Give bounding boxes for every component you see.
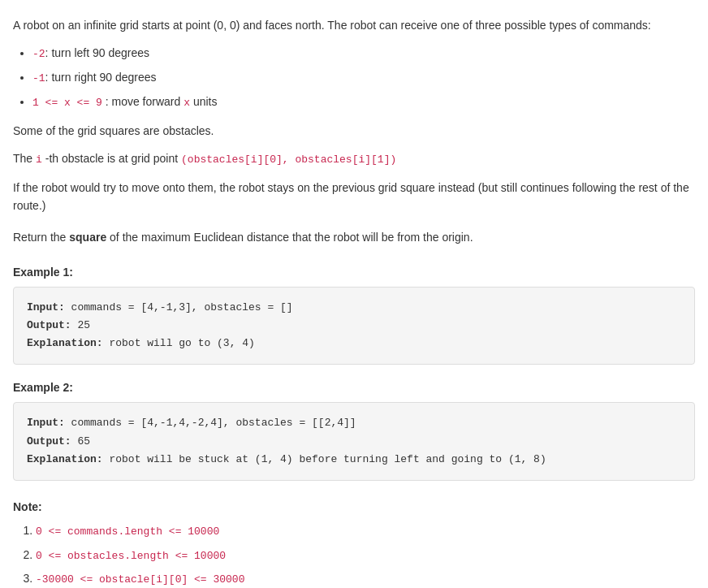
example-1-title: Example 1:: [13, 266, 695, 279]
return-text: Return the square of the maximum Euclide…: [13, 228, 695, 246]
note-code-1: 0 <= commands.length <= 10000: [36, 525, 219, 538]
example-1-explanation-value: robot will go to (3, 4): [103, 337, 255, 349]
example-2-explanation-line: Explanation: robot will be stuck at (1, …: [27, 451, 681, 469]
obstacles-text: Some of the grid squares are obstacles.: [13, 122, 695, 140]
command-units-text: units: [190, 95, 217, 108]
example-1-input-label: Input:: [27, 301, 65, 313]
command-code-1: -2: [32, 48, 45, 60]
example-1-output-line: Output: 25: [27, 317, 681, 335]
example-2-title: Example 2:: [13, 381, 695, 394]
command-code-2: -1: [32, 72, 45, 84]
example-2-output-line: Output: 65: [27, 433, 681, 451]
square-bold: square: [69, 231, 106, 244]
command-desc-2: : turn right 90 degrees: [45, 71, 157, 84]
note-list: 0 <= commands.length <= 10000 0 <= obsta…: [36, 521, 695, 588]
robot-stays-text: If the robot would try to move onto them…: [13, 179, 695, 215]
obstacle-coords-code: (obstacles[i][0], obstacles[i][1]): [181, 153, 396, 166]
note-code-3: -30000 <= obstacle[i][0] <= 30000: [36, 573, 244, 586]
command-range-code: 1 <= x <= 9: [32, 97, 102, 109]
example-2-code-block: Input: commands = [4,-1,4,-2,4], obstacl…: [13, 402, 695, 480]
example-2-input-label: Input:: [27, 417, 65, 429]
note-code-2: 0 <= obstacles.length <= 10000: [36, 550, 226, 562]
command-move-text: : move forward: [102, 95, 183, 108]
command-list: -2: turn left 90 degrees -1: turn right …: [32, 44, 695, 111]
example-2-output-value: 65: [71, 435, 90, 447]
command-item-3: 1 <= x <= 9 : move forward x units: [32, 93, 695, 112]
example-1-output-label: Output:: [27, 319, 71, 331]
note-item-3: -30000 <= obstacle[i][0] <= 30000: [36, 569, 695, 588]
example-1-input-value: commands = [4,-1,3], obstacles = []: [65, 301, 293, 313]
example-2-explanation-label: Explanation:: [27, 453, 103, 465]
note-section: Note: 0 <= commands.length <= 10000 0 <=…: [13, 500, 695, 588]
example-1-section: Example 1: Input: commands = [4,-1,3], o…: [13, 266, 695, 365]
command-x-code: x: [183, 97, 190, 109]
example-1-input-line: Input: commands = [4,-1,3], obstacles = …: [27, 299, 681, 317]
example-2-input-line: Input: commands = [4,-1,4,-2,4], obstacl…: [27, 414, 681, 432]
command-desc-1: : turn left 90 degrees: [45, 46, 149, 59]
return-post: of the maximum Euclidean distance that t…: [106, 231, 473, 244]
th-obstacle-mid: -th obstacle is at grid point: [42, 152, 181, 165]
example-1-code-block: Input: commands = [4,-1,3], obstacles = …: [13, 287, 695, 365]
i-code: i: [36, 153, 42, 166]
note-item-2: 0 <= obstacles.length <= 10000: [36, 546, 695, 565]
example-1-output-value: 25: [71, 319, 90, 331]
example-2-output-label: Output:: [27, 435, 71, 447]
ith-obstacle-text: The i -th obstacle is at grid point (obs…: [13, 149, 695, 169]
example-2-explanation-value: robot will be stuck at (1, 4) before tur…: [103, 453, 546, 465]
command-item-2: -1: turn right 90 degrees: [32, 68, 695, 88]
example-1-explanation-line: Explanation: robot will go to (3, 4): [27, 335, 681, 352]
intro-text1: A robot on an infinite grid starts at po…: [13, 16, 695, 34]
note-title: Note:: [13, 500, 695, 513]
the-text: The: [13, 152, 36, 165]
example-2-section: Example 2: Input: commands = [4,-1,4,-2,…: [13, 381, 695, 480]
example-2-input-value: commands = [4,-1,4,-2,4], obstacles = [[…: [65, 417, 356, 429]
example-1-explanation-label: Explanation:: [27, 337, 103, 349]
note-item-1: 0 <= commands.length <= 10000: [36, 521, 695, 541]
return-pre: Return the: [13, 231, 69, 244]
command-item-1: -2: turn left 90 degrees: [32, 44, 695, 63]
